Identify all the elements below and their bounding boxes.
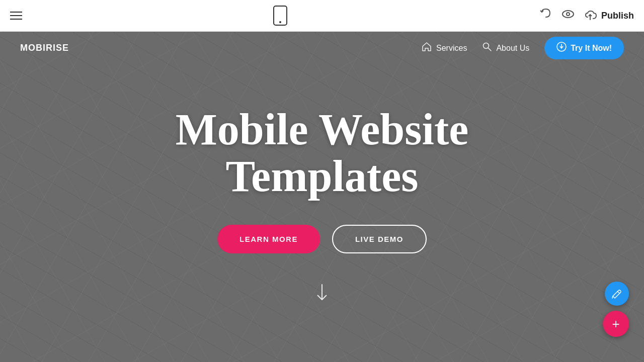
add-fab-button[interactable]: + (603, 311, 629, 337)
live-demo-button[interactable]: LIVE DEMO (332, 225, 427, 253)
toolbar-right: Publish (539, 7, 634, 24)
pencil-icon (611, 288, 622, 299)
home-icon (421, 41, 432, 55)
learn-more-button[interactable]: LEARN MORE (217, 225, 320, 253)
svg-point-2 (562, 11, 574, 18)
publish-label: Publish (601, 11, 634, 21)
hero-content: Mobile Website Templates LEARN MORE LIVE… (176, 107, 469, 307)
svg-line-11 (612, 296, 613, 298)
edit-fab-button[interactable] (605, 282, 629, 306)
eye-icon (561, 7, 575, 21)
nav-about[interactable]: About Us (482, 42, 529, 54)
hero-buttons: LEARN MORE LIVE DEMO (176, 225, 469, 253)
svg-line-6 (489, 48, 492, 51)
mobile-icon (272, 6, 288, 26)
search-icon (482, 42, 492, 54)
site-logo: MOBIRISE (20, 43, 69, 53)
about-label: About Us (496, 44, 529, 53)
scroll-down-arrow (176, 284, 469, 307)
services-label: Services (436, 44, 467, 53)
cloud-upload-icon (583, 10, 597, 22)
site-nav: MOBIRISE Services About Us (0, 32, 644, 64)
hero-title: Mobile Website Templates (176, 107, 469, 200)
svg-point-3 (567, 13, 570, 16)
svg-point-5 (484, 43, 489, 49)
try-now-button[interactable]: Try It Now! (544, 37, 624, 59)
hamburger-line1 (10, 12, 22, 13)
undo-icon (539, 7, 553, 21)
toolbar-left (10, 12, 22, 20)
publish-button[interactable]: Publish (583, 10, 634, 22)
hero-title-line2: Templates (226, 152, 419, 201)
nav-services[interactable]: Services (421, 41, 467, 55)
toolbar: Publish (0, 0, 644, 32)
add-icon: + (612, 316, 619, 332)
toolbar-center (272, 6, 288, 26)
svg-line-10 (617, 291, 619, 293)
download-icon (556, 42, 567, 54)
hamburger-line2 (10, 15, 22, 16)
hero-section: MOBIRISE Services About Us (0, 32, 644, 362)
hero-title-line1: Mobile Website (176, 105, 469, 154)
try-label: Try It Now! (571, 44, 612, 53)
undo-button[interactable] (539, 7, 553, 24)
hamburger-menu[interactable] (10, 12, 22, 20)
preview-button[interactable] (561, 7, 575, 24)
site-nav-links: Services About Us (421, 37, 624, 59)
svg-point-1 (279, 21, 281, 23)
hamburger-line3 (10, 19, 22, 20)
